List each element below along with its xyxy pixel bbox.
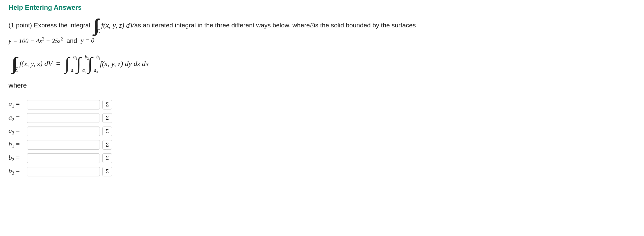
divider [9, 49, 635, 49]
surface-1: y = 100 − 4x2 − 25z2 [9, 36, 63, 45]
help-link[interactable]: Help Entering Answers [9, 4, 82, 12]
rhs-integrand: f(x, y, z) dy dz dx [100, 60, 149, 68]
inner-integral: ∫ a3 b3 [88, 55, 93, 72]
sigma-button-a1[interactable]: Σ [102, 100, 112, 109]
surface-2: y = 0 [81, 37, 94, 44]
label-b2: b2 = [9, 154, 27, 162]
iterated-integral-equation: ∫∫∫ E f(x, y, z) dV = ∫ a1 b1 ∫ a2 b2 ∫ … [9, 55, 635, 72]
field-row-a2: a2 = Σ [9, 111, 635, 125]
field-row-b3: b3 = Σ [9, 165, 635, 178]
prompt-mid: as an iterated integral in the three dif… [134, 22, 310, 29]
field-row-a3: a3 = Σ [9, 125, 635, 138]
input-b2[interactable] [27, 153, 100, 163]
prompt-prefix: (1 point) Express the integral [9, 22, 90, 29]
input-b3[interactable] [27, 167, 100, 176]
label-a3: a3 = [9, 127, 27, 136]
input-a2[interactable] [27, 113, 100, 123]
lhs-integrand: f(x, y, z) dV [19, 60, 53, 68]
triple-integral-symbol: ∫∫∫ E [93, 16, 95, 34]
sigma-button-b2[interactable]: Σ [102, 153, 112, 163]
problem-container: Help Entering Answers (1 point) Express … [0, 0, 644, 182]
integrand: f(x, y, z) dV [101, 21, 134, 29]
field-row-b2: b2 = Σ [9, 151, 635, 165]
lhs-region: E [15, 67, 18, 73]
label-a2: a2 = [9, 113, 27, 122]
label-b1: b1 = [9, 140, 27, 149]
integral-region: E [97, 28, 100, 35]
input-b1[interactable] [27, 140, 100, 150]
input-a1[interactable] [27, 100, 100, 109]
input-a3[interactable] [27, 127, 100, 136]
surface-equations: y = 100 − 4x2 − 25z2 and y = 0 [9, 36, 635, 45]
label-a1: a1 = [9, 100, 27, 109]
where-label: where [9, 82, 635, 89]
sigma-button-b1[interactable]: Σ [102, 140, 112, 150]
sigma-button-a2[interactable]: Σ [102, 113, 112, 123]
middle-integral: ∫ a2 b2 [76, 55, 81, 72]
surface-and: and [63, 37, 81, 44]
problem-prompt: (1 point) Express the integral ∫∫∫ E f(x… [9, 16, 635, 34]
equals-sign: = [56, 59, 60, 68]
answer-fields: a1 = Σ a2 = Σ a3 = Σ b1 = Σ b2 = Σ b3 = [9, 98, 635, 178]
sigma-button-b3[interactable]: Σ [102, 167, 112, 176]
outer-integral: ∫ a1 b1 [65, 55, 69, 72]
field-row-b1: b1 = Σ [9, 138, 635, 151]
region-ref: E [310, 22, 314, 29]
sigma-button-a3[interactable]: Σ [102, 127, 112, 136]
lhs-triple-integral: ∫∫∫ E [12, 55, 13, 72]
field-row-a1: a1 = Σ [9, 98, 635, 111]
prompt-suffix: is the solid bounded by the surfaces [314, 22, 416, 29]
label-b3: b3 = [9, 167, 27, 176]
